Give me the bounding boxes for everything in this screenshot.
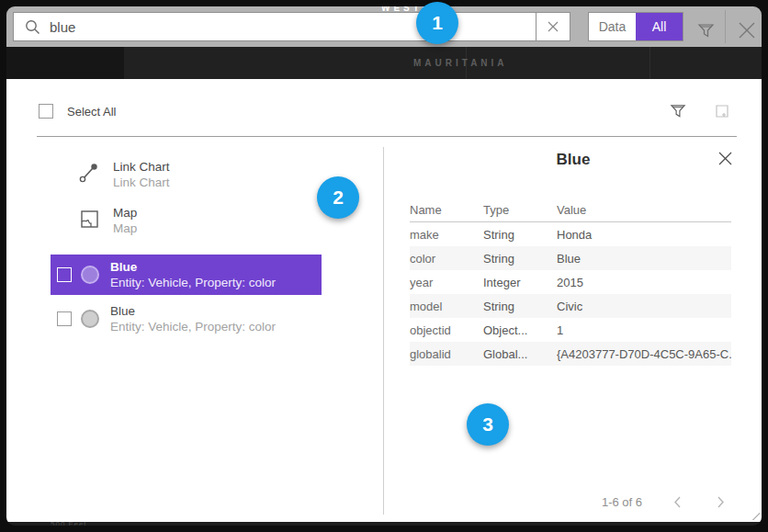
result-item-map[interactable]: Map Map (78, 205, 137, 236)
table-row: year Integer 2015 (410, 270, 731, 294)
callout-badge-2: 2 (317, 176, 359, 219)
resize-handle[interactable] (751, 512, 760, 520)
col-header-name: Name (410, 203, 483, 217)
map-scale-label: 500 Feet (51, 520, 87, 526)
results-body: Link Chart Link Chart Map Map (6, 147, 762, 522)
result-title: Blue (110, 303, 276, 319)
toolbar-divider (725, 10, 726, 43)
result-checkbox[interactable] (57, 267, 72, 282)
table-row: objectid Object... 1 (410, 318, 731, 342)
select-all-label: Select All (67, 105, 116, 119)
select-all-checkbox[interactable] (39, 104, 53, 119)
map-background: MAURITANIA (6, 47, 762, 79)
result-subtitle: Entity: Vehicle, Property: color (110, 319, 276, 334)
chevron-left-icon[interactable] (664, 492, 691, 512)
map-icon (78, 208, 100, 233)
table-row: globalid Global... {A4203777-D70D-4C5C-9… (410, 342, 731, 366)
scope-toggle: Data All (588, 12, 683, 41)
results-filter-icon[interactable] (666, 99, 690, 123)
link-chart-icon (78, 162, 100, 187)
callout-badge-1: 1 (416, 2, 458, 44)
attribute-table-header: Name Type Value (410, 198, 731, 222)
entity-circle-icon (81, 266, 99, 284)
map-ocean (6, 47, 124, 79)
search-input[interactable] (50, 19, 536, 35)
search-box[interactable] (13, 12, 570, 41)
col-header-type: Type (483, 203, 557, 217)
page-range-label: 1-6 of 6 (602, 495, 642, 509)
map-border (649, 47, 650, 79)
filter-icon[interactable] (694, 18, 718, 43)
scope-data-button[interactable]: Data (589, 13, 636, 40)
result-checkbox[interactable] (57, 311, 72, 326)
clear-search-button[interactable] (536, 13, 570, 40)
table-row: color String Blue (410, 246, 731, 270)
entity-circle-icon (81, 310, 99, 328)
close-search-icon[interactable] (734, 17, 760, 43)
pagination: 1-6 of 6 (385, 491, 734, 513)
table-row: make String Honda (410, 222, 731, 246)
detail-title: Blue (385, 151, 762, 169)
detail-close-icon[interactable] (716, 149, 735, 172)
result-title: Link Chart (113, 159, 170, 175)
table-row: model String Civic (410, 294, 731, 318)
result-subtitle: Entity: Vehicle, Property: color (110, 275, 276, 290)
scope-all-button[interactable]: All (636, 13, 683, 40)
results-header: Select All (6, 79, 762, 136)
map-label-mauritania: MAURITANIA (413, 58, 508, 68)
chevron-right-icon[interactable] (707, 492, 734, 512)
search-overlay: WESTERN Data All MAURITANIA (6, 6, 762, 526)
results-panel: Select All Link Chart Link Chart (6, 79, 762, 522)
col-header-value: Value (557, 203, 731, 217)
search-icon (25, 19, 40, 35)
result-item-blue[interactable]: Blue Entity: Vehicle, Property: color (51, 299, 322, 339)
attribute-table: Name Type Value make String Honda color … (410, 198, 731, 366)
result-subtitle: Link Chart (113, 175, 170, 190)
header-divider (37, 136, 737, 137)
search-toolbar: WESTERN Data All (6, 6, 762, 47)
detail-panel: Blue Name Type Value make String Honda (385, 147, 762, 522)
callout-badge-3: 3 (467, 403, 509, 446)
add-to-selection-icon[interactable] (710, 99, 734, 123)
result-title: Blue (110, 259, 276, 275)
result-title: Map (113, 205, 137, 221)
result-item-blue-selected[interactable]: Blue Entity: Vehicle, Property: color (51, 255, 322, 295)
result-item-link-chart[interactable]: Link Chart Link Chart (78, 159, 170, 190)
result-subtitle: Map (113, 221, 137, 236)
